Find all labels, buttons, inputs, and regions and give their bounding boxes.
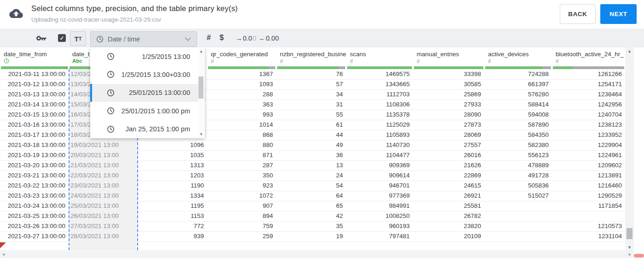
table-cell[interactable]: 1096 bbox=[138, 140, 207, 150]
table-cell[interactable]: 2021-03-15 13:00:00 bbox=[0, 110, 69, 120]
table-cell[interactable]: 772 bbox=[138, 221, 207, 231]
table-cell[interactable]: 880 bbox=[207, 140, 276, 150]
table-cell[interactable]: 2021-03-16 13:00:00 bbox=[0, 120, 69, 130]
table-cell[interactable]: 259 bbox=[207, 231, 276, 241]
table-cell[interactable]: 25/03/2021 13:00 bbox=[69, 201, 138, 211]
table-cell[interactable]: 30585 bbox=[413, 79, 484, 89]
table-cell[interactable]: 26921 bbox=[413, 191, 484, 201]
table-cell[interactable]: 588414 bbox=[484, 100, 552, 110]
table-cell[interactable]: 1140730 bbox=[346, 140, 413, 150]
table-cell[interactable]: 57 bbox=[276, 79, 346, 89]
column-header-manual_entries[interactable]: manual_entries# bbox=[413, 47, 484, 66]
table-cell[interactable]: 2021-03-14 13:00:00 bbox=[0, 100, 69, 110]
table-cell[interactable]: 1238123 bbox=[552, 120, 625, 130]
table-cell[interactable]: 287 bbox=[207, 160, 276, 170]
table-cell[interactable]: 24 bbox=[276, 170, 346, 181]
scroll-down-icon[interactable]: ▼ bbox=[625, 245, 634, 250]
column-header-date_time_from[interactable]: date_time_from bbox=[0, 47, 69, 66]
table-cell[interactable]: 21626 bbox=[413, 160, 484, 170]
table-cell[interactable]: 1216460 bbox=[552, 181, 625, 191]
table-cell[interactable]: 1240704 bbox=[552, 110, 625, 120]
table-cell[interactable]: 2021-03-18 13:00:00 bbox=[0, 140, 69, 150]
currency-type-button[interactable]: $ bbox=[220, 34, 224, 42]
table-cell[interactable]: 1105893 bbox=[346, 130, 413, 140]
table-cell[interactable]: 960193 bbox=[346, 221, 413, 231]
table-cell[interactable]: 1210573 bbox=[552, 221, 625, 231]
table-cell[interactable]: 24615 bbox=[413, 181, 484, 191]
table-cell[interactable]: 1213891 bbox=[552, 170, 625, 181]
table-cell[interactable]: 1224961 bbox=[552, 150, 625, 160]
table-cell[interactable]: 515027 bbox=[484, 191, 552, 201]
increase-decimal-button[interactable]: → 0.00 bbox=[236, 35, 256, 42]
table-cell[interactable]: 1254171 bbox=[552, 79, 625, 89]
dropdown-option[interactable]: Jan 25, 2015 1:00 pm bbox=[90, 120, 205, 138]
table-cell[interactable]: 939 bbox=[138, 231, 207, 241]
table-cell[interactable]: 22/03/2021 13:00 bbox=[69, 170, 138, 181]
table-cell[interactable]: 2021-03-12 13:00:00 bbox=[0, 79, 69, 89]
table-cell[interactable]: 19 bbox=[276, 231, 346, 241]
table-cell[interactable]: 2021-03-26 13:00:00 bbox=[0, 221, 69, 231]
table-cell[interactable]: 923 bbox=[207, 181, 276, 191]
table-cell[interactable]: 350 bbox=[207, 170, 276, 181]
table-cell[interactable]: 27/03/2021 13:00 bbox=[69, 221, 138, 231]
back-button[interactable]: BACK bbox=[560, 4, 596, 24]
table-cell[interactable]: 2021-03-23 13:00:00 bbox=[0, 191, 69, 201]
table-cell[interactable]: 2021-03-20 13:00:00 bbox=[0, 160, 69, 170]
table-cell[interactable]: 491728 bbox=[484, 170, 552, 181]
table-cell[interactable]: 24/03/2021 13:00 bbox=[69, 191, 138, 201]
table-cell[interactable]: 2021-03-25 13:00:00 bbox=[0, 211, 69, 221]
table-cell[interactable]: 1104477 bbox=[346, 150, 413, 160]
table-cell[interactable]: 55 bbox=[276, 110, 346, 120]
table-cell[interactable]: 1238464 bbox=[552, 89, 625, 100]
table-cell[interactable] bbox=[484, 231, 552, 241]
table-cell[interactable]: 1125029 bbox=[346, 120, 413, 130]
table-cell[interactable]: 27873 bbox=[413, 120, 484, 130]
table-cell[interactable]: 1261266 bbox=[552, 69, 625, 79]
table-cell[interactable]: 23/03/2021 13:00 bbox=[69, 181, 138, 191]
scroll-up-icon[interactable]: ▲ bbox=[625, 49, 634, 53]
table-cell[interactable] bbox=[552, 211, 625, 221]
vertical-scrollbar[interactable]: ▲ ▼ bbox=[625, 47, 634, 251]
table-cell[interactable]: 661397 bbox=[484, 79, 552, 89]
table-cell[interactable]: 64 bbox=[276, 191, 346, 201]
table-cell[interactable]: 36 bbox=[276, 150, 346, 160]
corner-scroll-indicator[interactable] bbox=[634, 254, 644, 258]
table-cell[interactable]: 594008 bbox=[484, 110, 552, 120]
table-cell[interactable]: 288 bbox=[207, 89, 276, 100]
next-button[interactable]: NEXT bbox=[600, 4, 637, 24]
boolean-type-checkbox[interactable]: ✓ bbox=[58, 34, 66, 42]
scroll-right-icon[interactable]: ▸ bbox=[629, 252, 631, 257]
table-cell[interactable]: 1108306 bbox=[346, 100, 413, 110]
table-cell[interactable]: 724288 bbox=[484, 69, 552, 79]
table-cell[interactable]: 977369 bbox=[346, 191, 413, 201]
table-cell[interactable]: 22869 bbox=[413, 170, 484, 181]
table-cell[interactable]: 31 bbox=[276, 100, 346, 110]
table-cell[interactable]: 556123 bbox=[484, 150, 552, 160]
dropdown-option[interactable]: 1/25/2015 13:00+03:00 bbox=[90, 65, 205, 83]
table-cell[interactable]: 44 bbox=[276, 130, 346, 140]
table-cell[interactable]: 2021-03-21 13:00:00 bbox=[0, 170, 69, 181]
table-cell[interactable]: 946701 bbox=[346, 181, 413, 191]
table-cell[interactable]: 907 bbox=[207, 201, 276, 211]
table-cell[interactable]: 25581 bbox=[413, 201, 484, 211]
datetime-format-select[interactable]: Date / time bbox=[90, 31, 197, 47]
table-cell[interactable]: 13 bbox=[276, 160, 346, 170]
table-cell[interactable]: 2021-03-17 13:00:00 bbox=[0, 130, 69, 140]
table-cell[interactable]: 2021-03-13 13:00:00 bbox=[0, 89, 69, 100]
table-cell[interactable]: 19/03/2021 13:00 bbox=[69, 140, 138, 150]
table-cell[interactable]: 49 bbox=[276, 140, 346, 150]
table-cell[interactable]: 27557 bbox=[413, 140, 484, 150]
table-cell[interactable]: 1469575 bbox=[346, 69, 413, 79]
table-cell[interactable]: 363 bbox=[207, 100, 276, 110]
table-cell[interactable]: 576280 bbox=[484, 89, 552, 100]
table-cell[interactable]: 2021-03-19 13:00:00 bbox=[0, 150, 69, 160]
table-cell[interactable]: 20109 bbox=[413, 231, 484, 241]
dropdown-option[interactable]: 1/25/2015 13:00 bbox=[90, 47, 205, 65]
table-cell[interactable]: 34 bbox=[276, 89, 346, 100]
scroll-down-icon[interactable]: ▼ bbox=[198, 132, 204, 136]
table-cell[interactable]: 26/03/2021 13:00 bbox=[69, 211, 138, 221]
decrease-decimal-button[interactable]: ← 0.00 bbox=[259, 35, 279, 42]
table-cell[interactable]: 1190 bbox=[138, 181, 207, 191]
table-cell[interactable]: 26016 bbox=[413, 150, 484, 160]
table-cell[interactable]: 28069 bbox=[413, 130, 484, 140]
